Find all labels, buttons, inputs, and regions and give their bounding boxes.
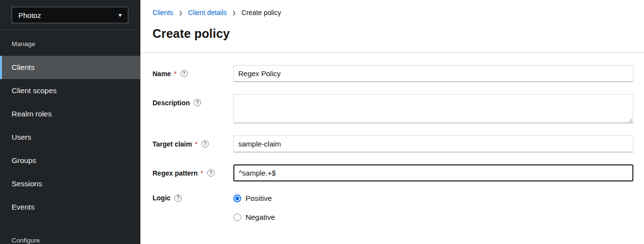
sidebar-item-sessions[interactable]: Sessions: [0, 172, 140, 195]
regex-pattern-label: Regex pattern: [153, 169, 198, 177]
sidebar-nav: Clients Client scopes Realm roles Users …: [0, 56, 140, 219]
logic-label: Logic: [153, 194, 170, 202]
form-row-name: Name * ?: [153, 65, 633, 82]
sidebar-item-users[interactable]: Users: [0, 126, 140, 149]
regex-pattern-field[interactable]: [233, 164, 633, 181]
sidebar-item-clients[interactable]: Clients: [0, 56, 140, 79]
breadcrumb-link-clients[interactable]: Clients: [153, 9, 173, 16]
create-policy-form: Name * ? Description ? Target claim * ?: [140, 53, 644, 222]
name-label-cell: Name * ?: [153, 65, 233, 82]
required-indicator: *: [174, 70, 176, 78]
required-indicator: *: [195, 140, 197, 148]
description-field[interactable]: [233, 94, 633, 123]
radio-unselected-icon: [233, 213, 241, 221]
target-claim-field[interactable]: [233, 135, 633, 152]
form-row-logic: Logic ? Positive Negative: [153, 194, 633, 222]
nav-section-manage: Manage: [0, 30, 140, 56]
breadcrumb-link-client-details[interactable]: Client details: [188, 9, 227, 16]
regex-pattern-label-cell: Regex pattern * ?: [153, 164, 233, 181]
name-label: Name: [153, 70, 171, 78]
nav-section-configure: Configure: [0, 219, 140, 244]
realm-selector-label: Photoz: [18, 11, 41, 19]
logic-negative-radio[interactable]: Negative: [233, 213, 633, 222]
logic-positive-radio[interactable]: Positive: [233, 194, 633, 203]
logic-positive-label: Positive: [245, 194, 272, 203]
help-icon[interactable]: ?: [207, 169, 215, 177]
breadcrumb: Clients ❯ Client details ❯ Create policy: [153, 8, 632, 16]
form-row-target-claim: Target claim * ?: [153, 135, 633, 152]
sidebar-item-groups[interactable]: Groups: [0, 149, 140, 172]
help-icon[interactable]: ?: [201, 140, 209, 147]
main-content: Clients ❯ Client details ❯ Create policy…: [140, 0, 644, 244]
sidebar-item-events[interactable]: Events: [0, 195, 140, 219]
target-claim-label: Target claim: [153, 140, 192, 148]
sidebar-item-client-scopes[interactable]: Client scopes: [0, 79, 140, 102]
chevron-down-icon: ▾: [119, 12, 122, 18]
chevron-right-icon: ❯: [179, 10, 183, 16]
help-icon[interactable]: ?: [174, 195, 182, 202]
content-header: Clients ❯ Client details ❯ Create policy…: [140, 0, 644, 40]
form-row-description: Description ?: [153, 94, 633, 123]
help-icon[interactable]: ?: [194, 99, 201, 106]
description-label: Description: [153, 99, 190, 107]
logic-negative-label: Negative: [245, 213, 275, 222]
logic-label-cell: Logic ?: [153, 194, 233, 202]
page-title: Create policy: [153, 27, 632, 40]
sidebar-item-realm-roles[interactable]: Realm roles: [0, 102, 140, 126]
description-label-cell: Description ?: [153, 94, 233, 111]
help-icon[interactable]: ?: [181, 70, 188, 77]
sidebar: Photoz ▾ Manage Clients Client scopes Re…: [0, 0, 140, 244]
chevron-right-icon: ❯: [232, 10, 236, 16]
logic-radio-group: Positive Negative: [233, 194, 633, 222]
required-indicator: *: [200, 169, 203, 177]
realm-selector-dropdown[interactable]: Photoz ▾: [12, 7, 128, 23]
breadcrumb-current: Create policy: [242, 9, 281, 16]
name-field[interactable]: [233, 65, 633, 82]
target-claim-label-cell: Target claim * ?: [153, 135, 233, 152]
radio-selected-icon: [233, 195, 241, 202]
form-row-regex-pattern: Regex pattern * ?: [153, 164, 633, 181]
